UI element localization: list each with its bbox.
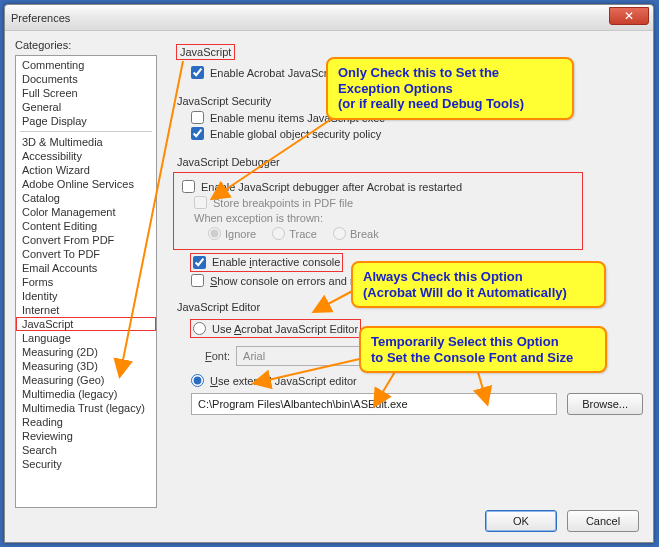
store-breakpoints-checkbox [194, 196, 207, 209]
browse-button[interactable]: Browse... [567, 393, 643, 415]
dialog-buttons: OK Cancel [485, 510, 639, 532]
category-item[interactable]: General [16, 100, 156, 114]
category-separator [20, 131, 152, 132]
category-item[interactable]: Email Accounts [16, 261, 156, 275]
category-item[interactable]: Identity [16, 289, 156, 303]
exception-ignore-radio [208, 227, 221, 240]
exception-break-radio [333, 227, 346, 240]
category-item[interactable]: Catalog [16, 191, 156, 205]
enable-debugger-label: Enable JavaScript debugger after Acrobat… [201, 181, 462, 193]
categories-label: Categories: [15, 39, 157, 51]
enable-global-security-checkbox[interactable] [191, 127, 204, 140]
category-item[interactable]: Convert To PDF [16, 247, 156, 261]
category-item[interactable]: Action Wizard [16, 163, 156, 177]
categories-column: Categories: CommentingDocumentsFull Scre… [15, 39, 157, 502]
callout-always-check: Always Check this Option (Acrobat Will d… [351, 261, 606, 308]
close-button[interactable]: ✕ [609, 7, 649, 25]
category-item[interactable]: Accessibility [16, 149, 156, 163]
callout-debug-tools: Only Check this to Set the Exception Opt… [326, 57, 574, 120]
font-label: Font: [205, 350, 230, 362]
category-item[interactable]: Convert From PDF [16, 233, 156, 247]
settings-panel: JavaScript Enable Acrobat JavaScript Jav… [157, 39, 643, 502]
category-item[interactable]: Color Management [16, 205, 156, 219]
when-exception-label: When exception is thrown: [194, 212, 323, 224]
category-item[interactable]: Commenting [16, 58, 156, 72]
category-item[interactable]: Forms [16, 275, 156, 289]
category-item[interactable]: Page Display [16, 114, 156, 128]
category-item[interactable]: Search [16, 443, 156, 457]
exception-trace-radio [272, 227, 285, 240]
enable-menu-exec-checkbox[interactable] [191, 111, 204, 124]
category-item[interactable]: Security [16, 457, 156, 471]
use-external-editor-label: Use external JavaScript editor [210, 375, 357, 387]
category-item[interactable]: Content Editing [16, 219, 156, 233]
titlebar: Preferences ✕ [5, 5, 653, 31]
category-item[interactable]: Documents [16, 72, 156, 86]
enable-acrobat-javascript-checkbox[interactable] [191, 66, 204, 79]
content-area: Categories: CommentingDocumentsFull Scre… [5, 31, 653, 542]
enable-acrobat-javascript-label: Enable Acrobat JavaScript [210, 67, 339, 79]
category-item[interactable]: Language [16, 331, 156, 345]
window-title: Preferences [11, 12, 70, 24]
category-item[interactable]: Reviewing [16, 429, 156, 443]
category-item[interactable]: JavaScript [16, 317, 156, 331]
category-item[interactable]: Measuring (Geo) [16, 373, 156, 387]
external-editor-path-input[interactable]: C:\Program Files\Albantech\bin\ASEdit.ex… [191, 393, 557, 415]
show-console-errors-checkbox[interactable] [191, 274, 204, 287]
category-item[interactable]: Measuring (2D) [16, 345, 156, 359]
ok-button[interactable]: OK [485, 510, 557, 532]
preferences-dialog: Preferences ✕ Categories: CommentingDocu… [4, 4, 654, 543]
category-item[interactable]: Internet [16, 303, 156, 317]
use-external-editor-radio[interactable] [191, 374, 204, 387]
exception-radio-group: Ignore Trace Break [208, 227, 576, 240]
category-item[interactable]: 3D & Multimedia [16, 135, 156, 149]
use-acrobat-editor-radio[interactable] [193, 322, 206, 335]
section-javascript: JavaScript [177, 45, 234, 59]
category-item[interactable]: Multimedia Trust (legacy) [16, 401, 156, 415]
close-icon: ✕ [624, 9, 634, 23]
enable-global-security-label: Enable global object security policy [210, 128, 381, 140]
section-javascript-debugger: JavaScript Debugger [177, 156, 643, 168]
store-breakpoints-label: Store breakpoints in PDF file [213, 197, 353, 209]
enable-debugger-checkbox[interactable] [182, 180, 195, 193]
enable-interactive-console-label: nteractive console [252, 256, 341, 268]
category-item[interactable]: Reading [16, 415, 156, 429]
category-item[interactable]: Multimedia (legacy) [16, 387, 156, 401]
category-item[interactable]: Full Screen [16, 86, 156, 100]
debugger-group: Enable JavaScript debugger after Acrobat… [173, 172, 583, 250]
cancel-button[interactable]: Cancel [567, 510, 639, 532]
category-item[interactable]: Adobe Online Services [16, 177, 156, 191]
callout-temporary-select: Temporarily Select this Option to Set th… [359, 326, 607, 373]
use-acrobat-editor-label: Use Acrobat JavaScript Editor [212, 323, 358, 335]
category-item[interactable]: Measuring (3D) [16, 359, 156, 373]
categories-listbox[interactable]: CommentingDocumentsFull ScreenGeneralPag… [15, 55, 157, 508]
enable-interactive-console-checkbox[interactable] [193, 256, 206, 269]
